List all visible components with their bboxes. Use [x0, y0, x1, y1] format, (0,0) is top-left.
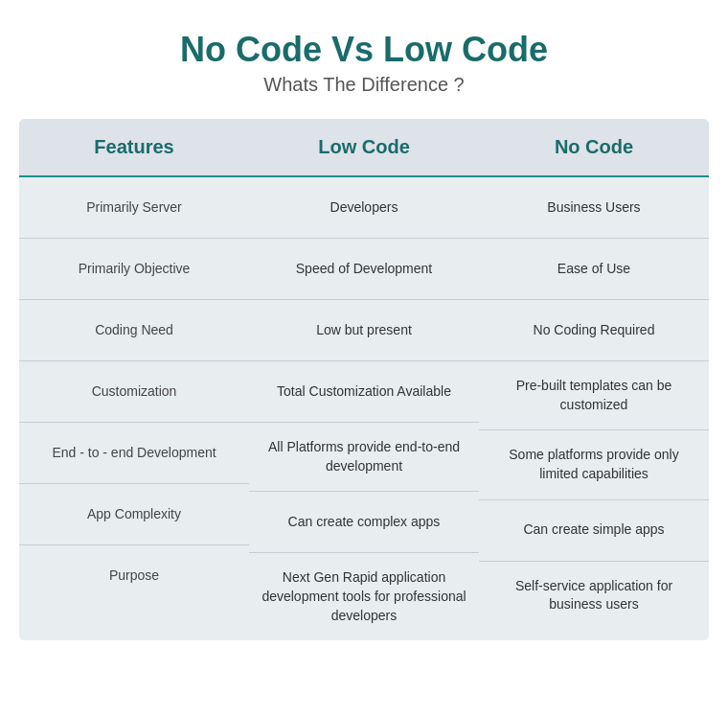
- list-item: Pre-built templates can be customized: [479, 361, 709, 430]
- low-code-header: Low Code: [249, 119, 479, 177]
- list-item: Total Customization Available: [249, 361, 479, 423]
- comparison-table: Features Primarily Server Primarily Obje…: [19, 119, 709, 640]
- list-item: All Platforms provide end-to-end develop…: [249, 423, 479, 492]
- page-title: No Code Vs Low Code: [180, 29, 548, 70]
- page-subtitle: Whats The Difference ?: [263, 74, 464, 96]
- list-item: Low but present: [249, 300, 479, 361]
- list-item: Next Gen Rapid application development t…: [249, 553, 479, 640]
- list-item: Can create complex apps: [249, 492, 479, 553]
- list-item: No Coding Required: [479, 300, 709, 361]
- features-column: Features Primarily Server Primarily Obje…: [19, 119, 249, 640]
- list-item: Primarily Server: [19, 177, 249, 239]
- list-item: Developers: [249, 177, 479, 239]
- list-item: Some platforms provide only limited capa…: [479, 430, 709, 499]
- list-item: Coding Need: [19, 300, 249, 361]
- list-item: Purpose: [19, 545, 249, 607]
- list-item: Primarily Objective: [19, 239, 249, 300]
- list-item: App Complexity: [19, 484, 249, 545]
- low-code-column: Low Code Developers Speed of Development…: [249, 119, 479, 640]
- list-item: Self-service application for business us…: [479, 562, 709, 630]
- list-item: Can create simple apps: [479, 500, 709, 562]
- list-item: End - to - end Development: [19, 423, 249, 484]
- no-code-column: No Code Business Users Ease of Use No Co…: [479, 119, 709, 640]
- list-item: Customization: [19, 361, 249, 423]
- no-code-header: No Code: [479, 119, 709, 177]
- list-item: Ease of Use: [479, 239, 709, 300]
- features-header: Features: [19, 119, 249, 177]
- list-item: Speed of Development: [249, 239, 479, 300]
- list-item: Business Users: [479, 177, 709, 239]
